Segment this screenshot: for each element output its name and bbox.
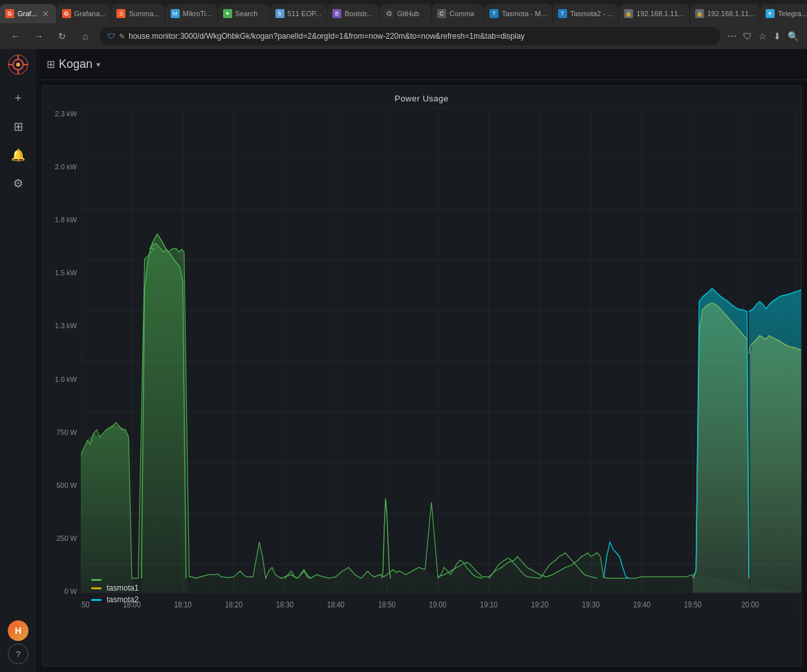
tab-label: Graf...: [17, 10, 38, 17]
svg-text:19:30: 19:30: [582, 600, 599, 609]
app-body: + ⊞ 🔔 ⚙ H ? ⊞ Kogan ▾: [0, 49, 807, 672]
tab-bootstrap[interactable]: B Bootstr...: [327, 4, 379, 23]
legend-label-tasmota2: tasmota2: [107, 595, 138, 604]
download-button[interactable]: ⬇: [771, 29, 783, 43]
plus-icon: +: [15, 92, 22, 105]
y-label-9: 0 W: [46, 587, 77, 595]
svg-text:19:20: 19:20: [531, 600, 548, 609]
sidebar-item-alerts[interactable]: 🔔: [5, 142, 31, 168]
tab-github[interactable]: ⌬ GitHub: [380, 4, 431, 23]
chart-inner: 17:50 18:00 18:10 18:20 18:30 18:40 18:5…: [81, 107, 801, 614]
tab-grafana-active[interactable]: G Graf... ✕: [0, 4, 56, 23]
pencil-icon: ✎: [119, 32, 125, 41]
legend-color-tasmota-original: [91, 579, 102, 581]
shield-button[interactable]: 🛡: [741, 29, 754, 43]
y-label-1: 2.0 kW: [46, 163, 77, 171]
legend-item-tasmota1[interactable]: tasmota1: [91, 583, 138, 593]
help-icon: ?: [16, 649, 20, 659]
svg-text:18:30: 18:30: [276, 600, 294, 609]
svg-marker-49: [81, 425, 132, 593]
tab-label: 192.168.1.11...: [707, 10, 755, 17]
avatar-text: H: [15, 625, 21, 636]
chart-svg: 17:50 18:00 18:10 18:20 18:30 18:40 18:5…: [81, 107, 801, 614]
tab-511[interactable]: 5 511 EOP...: [270, 4, 327, 23]
tab-label: GitHub: [397, 10, 419, 17]
dashboard-name: Kogan: [59, 58, 92, 71]
security-icon: 🛡: [107, 32, 115, 41]
tab-comma[interactable]: C Comma: [432, 4, 484, 23]
tab-192-1[interactable]: 🔒 192.168.1.11...: [619, 4, 689, 23]
bell-icon: 🔔: [11, 148, 25, 162]
y-label-4: 1.3 kW: [46, 322, 77, 330]
y-label-7: 500 W: [46, 481, 77, 489]
url-text: house.monitor:3000/d/WkgOhbkGk/kogan?pan…: [129, 32, 524, 41]
svg-text:18:50: 18:50: [378, 600, 396, 609]
grafana-logo[interactable]: [8, 54, 28, 75]
sidebar-item-settings[interactable]: ⚙: [5, 171, 31, 196]
gear-icon: ⚙: [13, 176, 23, 191]
svg-text:20:00: 20:00: [742, 600, 759, 609]
svg-marker-54: [749, 290, 801, 593]
legend-color-tasmota2: [91, 599, 102, 601]
dashboards-icon: ⊞: [14, 120, 23, 134]
legend-color-tasmota1: [91, 587, 102, 589]
svg-text:19:40: 19:40: [633, 600, 651, 609]
tab-search[interactable]: ✦ Search: [218, 4, 270, 23]
reload-button[interactable]: ↻: [53, 27, 71, 45]
dashboard-title[interactable]: ⊞ Kogan ▾: [47, 58, 100, 71]
avatar[interactable]: H: [8, 620, 28, 641]
tab-192-2[interactable]: 🔒 192.168.1.11...: [690, 4, 760, 23]
forward-button[interactable]: →: [30, 27, 48, 45]
legend-item-tasmota-original: [91, 579, 138, 581]
svg-text:19:50: 19:50: [684, 600, 702, 609]
tab-close-icon[interactable]: ✕: [41, 9, 51, 19]
dashboard-header: ⊞ Kogan ▾: [36, 49, 807, 80]
tab-label: 192.168.1.11...: [636, 10, 683, 17]
y-label-2: 1.8 kW: [46, 216, 77, 224]
svg-text:18:20: 18:20: [225, 600, 242, 609]
tab-label: Tasmota2 - ...: [570, 10, 614, 17]
sidebar-item-add[interactable]: +: [5, 85, 31, 111]
svg-text:19:00: 19:00: [429, 600, 447, 609]
tab-telegram[interactable]: ✈ Telegra...: [760, 4, 807, 23]
tab-label: Grafana...: [74, 10, 106, 17]
svg-marker-50: [142, 234, 189, 593]
back-button[interactable]: ←: [6, 27, 25, 45]
main-content: ⊞ Kogan ▾ Power Usage 2.3 kW 2.0 kW 1.8 …: [36, 49, 807, 672]
tab-tasmota2[interactable]: T Tasmota2 - ...: [553, 4, 619, 23]
y-label-8: 250 W: [46, 534, 77, 542]
url-bar[interactable]: 🛡 ✎ house.monitor:3000/d/WkgOhbkGk/kogan…: [100, 27, 720, 45]
tab-search-label: Search: [235, 10, 258, 17]
chart-area: 2.3 kW 2.0 kW 1.8 kW 1.5 kW 1.3 kW 1.0 k…: [42, 107, 801, 614]
tab-label: Bootstr...: [345, 10, 372, 17]
tab-mikro[interactable]: M MikroTi...: [166, 4, 217, 23]
address-bar: ← → ↻ ⌂ 🛡 ✎ house.monitor:3000/d/WkgOhbk…: [0, 23, 807, 49]
legend-item-tasmota2[interactable]: tasmota2: [91, 595, 138, 604]
svg-text:19:10: 19:10: [480, 600, 497, 609]
tab-bar: G Graf... ✕ G Grafana... S Summa... M Mi…: [0, 0, 807, 23]
tab-label: Telegra...: [778, 10, 807, 17]
tab-grafana2[interactable]: G Grafana...: [57, 4, 111, 23]
tab-label: 511 EOP...: [288, 10, 321, 17]
home-button[interactable]: ⌂: [76, 27, 94, 45]
bookmark-button[interactable]: ☆: [757, 29, 769, 43]
sidebar-bottom: H ?: [8, 620, 28, 667]
y-label-3: 1.5 kW: [46, 269, 77, 277]
legend: tasmota1 tasmota2: [81, 574, 149, 609]
sidebar-item-dashboards[interactable]: ⊞: [5, 114, 31, 140]
search-button[interactable]: 🔍: [786, 29, 801, 43]
svg-text:18:10: 18:10: [174, 600, 191, 609]
tab-summa[interactable]: S Summa...: [111, 4, 164, 23]
y-label-0: 2.3 kW: [46, 110, 77, 118]
chart-panel: Power Usage 2.3 kW 2.0 kW 1.8 kW 1.5 kW …: [41, 85, 802, 667]
more-button[interactable]: ⋯: [726, 29, 738, 43]
svg-point-2: [16, 63, 20, 67]
tab-label: Tasmota - M...: [502, 10, 547, 17]
sidebar-item-help[interactable]: ?: [8, 644, 28, 664]
legend-label-tasmota1: tasmota1: [107, 583, 138, 593]
browser-chrome: G Graf... ✕ G Grafana... S Summa... M Mi…: [0, 0, 807, 49]
tab-label: MikroTi...: [183, 10, 212, 17]
tab-label: Summa...: [129, 10, 159, 17]
tab-tasmota1[interactable]: T Tasmota - M...: [484, 4, 552, 23]
svg-text:18:40: 18:40: [327, 600, 345, 609]
